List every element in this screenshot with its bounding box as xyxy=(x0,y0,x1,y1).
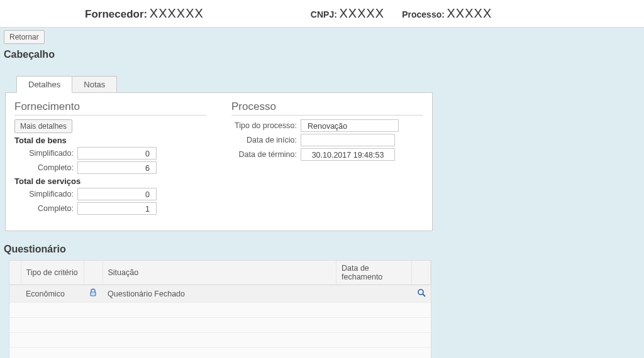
data-termino-label: Data de término: xyxy=(231,150,301,159)
cell-view[interactable] xyxy=(412,285,431,303)
details-panel: Fornecimento Mais detalhes Total de bens… xyxy=(5,92,433,231)
bens-simpl-value: 0 xyxy=(77,147,157,160)
processo-title: Processo xyxy=(231,99,423,116)
data-inicio-label: Data de início: xyxy=(231,136,301,144)
data-termino-row: Data de término: 30.10.2017 19:48:53 xyxy=(231,148,423,161)
total-bens-label: Total de bens xyxy=(14,136,206,145)
cell-lock xyxy=(84,285,103,303)
tab-detalhes[interactable]: Detalhes xyxy=(16,76,72,93)
bens-simpl-label: Simplificado: xyxy=(14,149,77,158)
toolbar: Retornar xyxy=(0,28,644,48)
fornecedor-label: Fornecedor: xyxy=(85,8,147,20)
bens-simplificado-row: Simplificado: 0 xyxy=(14,147,206,160)
fornecedor-value: XXXXXX xyxy=(150,6,204,20)
cell-tipo: Econômico xyxy=(21,285,84,303)
table-row xyxy=(9,318,431,333)
serv-compl-label: Completo: xyxy=(14,204,77,213)
processo-column: Processo Tipo do processo: Renovação Dat… xyxy=(231,99,423,217)
svg-rect-0 xyxy=(91,292,96,296)
magnifier-icon xyxy=(417,290,426,299)
questionario-table: Tipo de critério Situação Data de fecham… xyxy=(9,261,431,358)
col-blank xyxy=(9,261,21,285)
fornecimento-title: Fornecimento xyxy=(14,99,206,116)
col-situacao[interactable]: Situação xyxy=(103,261,336,285)
col-icon xyxy=(84,261,103,285)
processo-label: Processo: xyxy=(402,9,445,19)
serv-simpl-value: 0 xyxy=(77,188,157,200)
cabecalho-panel-wrap: Detalhes Notas Fornecimento Mais detalhe… xyxy=(0,75,644,231)
cell-fechamento xyxy=(336,285,412,303)
col-tipo[interactable]: Tipo de critério xyxy=(21,261,84,285)
retornar-button[interactable]: Retornar xyxy=(4,30,45,44)
processo-group: Processo: XXXXX xyxy=(402,6,492,21)
mais-detalhes-button[interactable]: Mais detalhes xyxy=(14,119,72,133)
processo-value: XXXXX xyxy=(447,6,492,20)
data-termino-value: 30.10.2017 19:48:53 xyxy=(301,148,395,161)
questionario-block: Questionário Tipo de critério Situação D… xyxy=(0,242,644,358)
table-row xyxy=(9,348,431,359)
tipo-processo-value: Renovação xyxy=(301,119,399,132)
tab-notas[interactable]: Notas xyxy=(72,76,117,93)
data-inicio-row: Data de início: xyxy=(231,134,423,146)
col-action xyxy=(412,261,431,285)
data-inicio-value xyxy=(301,134,395,146)
fornecedor-group: Fornecedor: XXXXXX xyxy=(85,6,204,21)
tipo-processo-row: Tipo do processo: Renovação xyxy=(231,119,423,132)
serv-simplificado-row: Simplificado: 0 xyxy=(14,188,206,200)
svg-line-2 xyxy=(423,294,425,296)
col-fechamento[interactable]: Data de fechamento xyxy=(336,261,412,285)
cell-situacao: Questionário Fechado xyxy=(103,285,336,303)
bens-compl-value: 6 xyxy=(77,161,157,174)
bens-compl-label: Completo: xyxy=(14,163,77,172)
table-row[interactable]: Econômico Questionário Fechado xyxy=(9,285,431,303)
cell-blank xyxy=(9,285,21,303)
questionario-heading: Questionário xyxy=(0,242,644,259)
tabs: Detalhes Notas xyxy=(16,76,639,93)
cnpj-label: CNPJ: xyxy=(311,9,337,19)
serv-compl-value: 1 xyxy=(77,202,157,215)
fornecimento-column: Fornecimento Mais detalhes Total de bens… xyxy=(14,99,206,217)
cnpj-value: XXXXX xyxy=(340,6,385,20)
total-servicos-label: Total de serviços xyxy=(14,176,206,186)
lock-icon xyxy=(89,290,97,299)
questionario-table-wrap: Tipo de critério Situação Data de fecham… xyxy=(9,260,431,358)
table-row xyxy=(9,303,431,318)
bens-completo-row: Completo: 6 xyxy=(14,161,206,174)
cnpj-group: CNPJ: XXXXX xyxy=(311,6,384,21)
svg-point-1 xyxy=(418,290,423,295)
serv-simpl-label: Simplificado: xyxy=(14,190,77,198)
top-header: Fornecedor: XXXXXX CNPJ: XXXXX Processo:… xyxy=(0,0,644,28)
tipo-processo-label: Tipo do processo: xyxy=(231,121,301,130)
serv-completo-row: Completo: 1 xyxy=(14,202,206,215)
table-row xyxy=(9,333,431,348)
cabecalho-heading: Cabeçalho xyxy=(0,48,644,64)
